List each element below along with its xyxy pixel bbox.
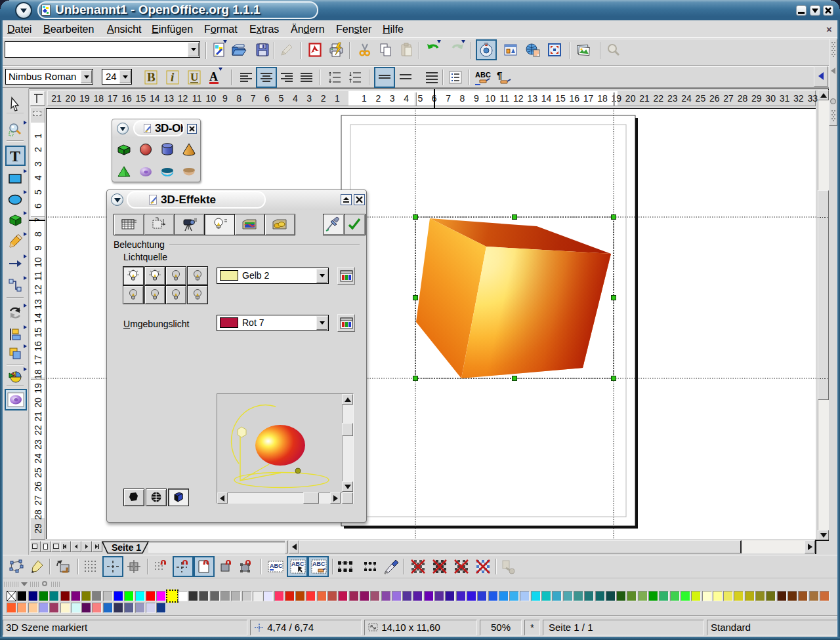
- svg-text:ABC: ABC: [312, 561, 326, 567]
- svg-text:¶: ¶: [497, 70, 502, 81]
- svg-text:ABC: ABC: [475, 71, 491, 79]
- svg-text:T: T: [10, 148, 20, 164]
- svg-text:U: U: [190, 71, 198, 83]
- svg-text:ABC: ABC: [270, 563, 283, 569]
- svg-text:B: B: [147, 70, 156, 84]
- svg-text:i: i: [171, 70, 175, 84]
- svg-text:A: A: [209, 70, 218, 83]
